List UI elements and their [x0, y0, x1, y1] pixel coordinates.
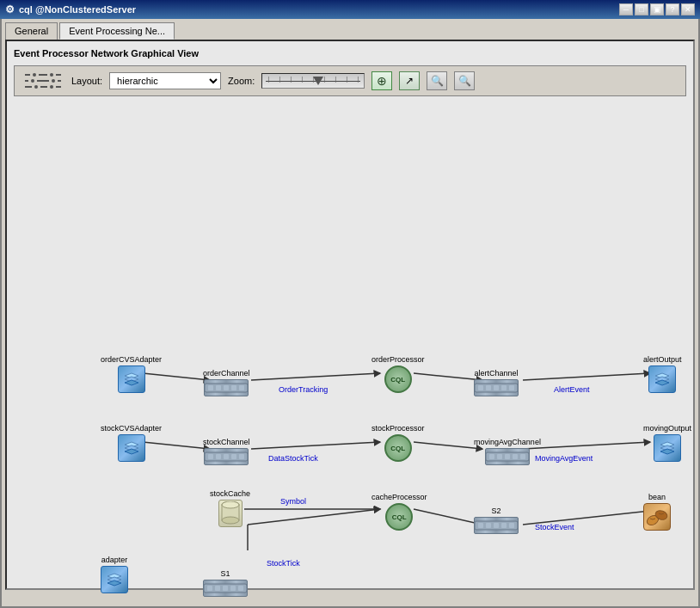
svg-rect-24: [478, 385, 483, 390]
zoom-in-button[interactable]: ⊕: [371, 71, 392, 90]
node-movingAvgChannel[interactable]: movingAvgChannel: [474, 437, 541, 465]
svg-line-5: [251, 442, 380, 449]
app-icon: ⚙: [5, 3, 15, 15]
node-stockChannel[interactable]: stockChannel: [203, 437, 250, 465]
svg-rect-55: [478, 523, 483, 528]
tabs-bar: General Event Processing Ne...: [2, 19, 698, 40]
node-label-top-10: bean: [648, 493, 666, 501]
edge-label-stocktick: StockTick: [267, 559, 300, 568]
svg-rect-68: [223, 586, 228, 591]
svg-line-13: [248, 509, 380, 525]
svg-rect-22: [239, 385, 244, 390]
channel-icon-4: [485, 448, 530, 465]
node-S1[interactable]: S1: [203, 568, 248, 597]
toolbar: Layout: hierarchic circular organic tree…: [14, 65, 686, 96]
node-orderCVSAdapter[interactable]: orderCVSAdapter: [101, 354, 162, 393]
node-orderChannel[interactable]: orderChannel: [203, 368, 250, 396]
main-window: General Event Processing Ne... Event Pro…: [0, 19, 700, 608]
node-label-top-9: S2: [491, 507, 500, 515]
edge-label-stockevent: StockEvent: [535, 523, 574, 531]
channel-icon-2: [474, 379, 519, 396]
edge-label-ordertracking: OrderTracking: [279, 385, 328, 394]
close-button[interactable]: ✕: [681, 3, 695, 15]
edge-label-symbol: Symbol: [280, 497, 306, 506]
svg-rect-43: [497, 454, 502, 459]
svg-rect-44: [505, 454, 510, 459]
bean-icon: [643, 503, 671, 531]
tab-general[interactable]: General: [5, 22, 58, 40]
node-label-top-12: S1: [220, 569, 230, 578]
node-label-top-6: movingOutput: [643, 424, 691, 433]
processor-icon-3: CQL: [385, 503, 413, 531]
zoom-slider[interactable]: | | | | | | | | |: [261, 73, 365, 89]
node-orderProcessor[interactable]: orderProcessor CQL: [371, 354, 425, 393]
svg-marker-49: [660, 449, 674, 454]
svg-rect-37: [216, 454, 221, 459]
node-movingOutput[interactable]: movingOutput: [643, 423, 691, 462]
restore-button[interactable]: □: [635, 3, 648, 15]
tab-epn[interactable]: Event Processing Ne...: [59, 22, 175, 40]
svg-rect-39: [231, 454, 236, 459]
node-label-top-8: cacheProcessor: [371, 493, 427, 501]
node-adapter[interactable]: adapter: [101, 555, 128, 593]
adapter-icon-3: [101, 566, 128, 593]
edge-label-movingavgevent: MovingAvgEvent: [535, 454, 593, 463]
node-alertChannel[interactable]: alertChannel: [474, 368, 519, 396]
svg-rect-36: [208, 454, 213, 459]
node-label-top-2: stockCVSAdapter: [101, 424, 162, 433]
svg-rect-38: [224, 454, 229, 459]
svg-rect-28: [509, 385, 514, 390]
processor-icon-2: CQL: [384, 434, 412, 462]
zoom-in-region-button[interactable]: 🔍: [427, 71, 447, 90]
node-stockCVSAdapter[interactable]: stockCVSAdapter: [101, 423, 162, 462]
zoom-out-region-button[interactable]: 🔍: [454, 71, 475, 90]
fit-button[interactable]: ↗: [399, 71, 420, 90]
svg-rect-21: [231, 385, 236, 390]
node-alertOutput[interactable]: alertOutput: [643, 354, 682, 393]
svg-marker-34: [125, 449, 138, 454]
svg-point-52: [222, 517, 239, 524]
processor-icon: CQL: [384, 365, 412, 393]
adapter-icon-2: [118, 434, 145, 462]
channel-icon-6: [203, 580, 248, 597]
help-button[interactable]: ?: [666, 3, 679, 15]
node-bean[interactable]: bean: [643, 492, 671, 531]
layout-icon[interactable]: [21, 70, 64, 92]
node-stockCache[interactable]: stockCache: [210, 488, 250, 527]
maximize-button[interactable]: ▣: [650, 3, 664, 15]
edge-label-datastocktick: DataStockTick: [268, 454, 318, 463]
minimize-button[interactable]: ─: [619, 3, 633, 15]
output-icon: [648, 365, 676, 393]
svg-rect-66: [207, 586, 212, 591]
svg-rect-69: [230, 586, 236, 591]
node-stockProcessor[interactable]: stockProcessor CQL: [371, 423, 425, 462]
svg-line-1: [251, 373, 380, 380]
svg-rect-20: [224, 385, 229, 390]
title-bar: ⚙ cql @NonClusteredServer ─ □ ▣ ? ✕: [0, 0, 700, 19]
svg-rect-45: [513, 454, 518, 459]
node-S2[interactable]: S2: [474, 506, 519, 534]
svg-rect-26: [494, 385, 499, 390]
adapter-icon: [118, 365, 145, 393]
panel-title: Event Processor Network Graphical View: [14, 48, 686, 58]
node-label-top-4: stockProcessor: [371, 424, 425, 433]
node-label-top-3: stockChannel: [203, 438, 250, 446]
svg-rect-58: [501, 523, 507, 528]
svg-rect-18: [208, 385, 213, 390]
svg-rect-67: [215, 586, 220, 591]
svg-rect-25: [486, 385, 491, 390]
node-label-top: orderChannel: [203, 369, 250, 378]
svg-rect-27: [501, 385, 507, 390]
output-icon-2: [654, 434, 681, 462]
node-cacheProcessor[interactable]: cacheProcessor CQL: [371, 492, 427, 531]
layout-select[interactable]: hierarchic circular organic tree: [109, 72, 221, 89]
svg-marker-64: [107, 580, 121, 586]
node-label-top-7: stockCache: [210, 489, 250, 498]
graph-canvas: OrderTracking AlertEvent DataStockTick M…: [14, 103, 686, 550]
svg-rect-46: [520, 454, 525, 459]
svg-line-7: [523, 442, 650, 449]
layout-label: Layout:: [71, 76, 102, 86]
node-label-top: orderCVSAdapter: [101, 355, 162, 364]
svg-rect-19: [216, 385, 221, 390]
svg-line-3: [523, 373, 650, 380]
